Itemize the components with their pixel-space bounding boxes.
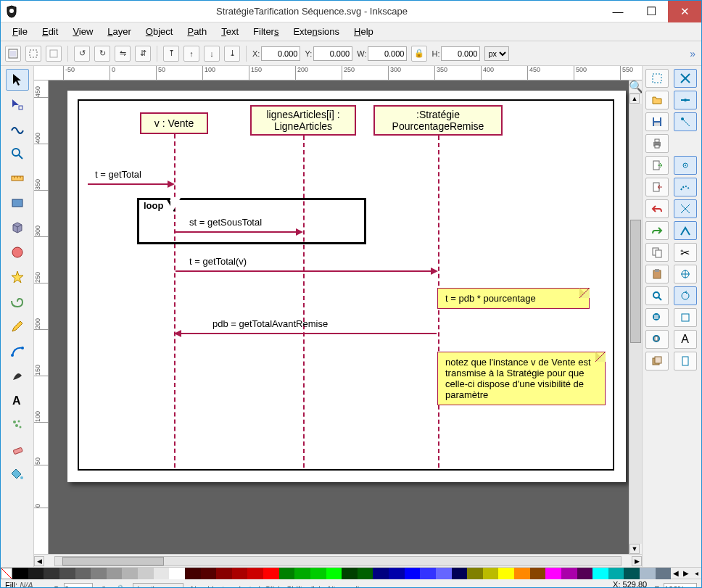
zoom-page-button[interactable] bbox=[645, 330, 669, 349]
selector-tool[interactable] bbox=[6, 69, 29, 91]
x-input[interactable] bbox=[261, 46, 300, 61]
paintbucket-tool[interactable] bbox=[6, 463, 29, 485]
palette-swatch[interactable] bbox=[44, 568, 59, 579]
raise-button[interactable]: ↑ bbox=[183, 46, 199, 62]
pencil-tool[interactable] bbox=[6, 315, 29, 337]
layer-visibility-icon[interactable]: 👁 bbox=[100, 585, 108, 589]
palette-swatch[interactable] bbox=[310, 568, 326, 579]
palette-right[interactable]: ▶ bbox=[681, 568, 691, 579]
scroll-down-button[interactable]: ▼ bbox=[629, 544, 640, 554]
vertical-scrollbar[interactable]: 🔍 ▲ ▼ bbox=[629, 80, 642, 554]
snap-text-button[interactable]: A bbox=[674, 330, 697, 349]
palette-swatch[interactable] bbox=[201, 568, 217, 579]
palette-swatch[interactable] bbox=[561, 568, 577, 579]
menu-object[interactable]: Object bbox=[140, 25, 179, 38]
palette-swatch[interactable] bbox=[577, 568, 593, 579]
snap-edge-button[interactable] bbox=[674, 91, 697, 109]
palette-swatch[interactable] bbox=[138, 568, 154, 579]
palette-swatch[interactable] bbox=[592, 568, 608, 579]
zoom-fit-button[interactable] bbox=[645, 286, 669, 305]
opacity-input[interactable] bbox=[64, 583, 93, 589]
palette-swatch[interactable] bbox=[28, 568, 44, 579]
ellipse-tool[interactable] bbox=[6, 241, 29, 263]
spiral-tool[interactable] bbox=[6, 291, 29, 312]
cut-button[interactable]: ✂ bbox=[674, 243, 697, 262]
hscroll-thumb[interactable] bbox=[62, 557, 164, 566]
horizontal-scrollbar[interactable]: ◀ ▶ bbox=[34, 554, 642, 567]
scroll-right-button[interactable]: ▶ bbox=[632, 556, 642, 566]
export-button[interactable] bbox=[645, 178, 669, 196]
tweak-tool[interactable] bbox=[6, 118, 29, 140]
palette-swatch[interactable] bbox=[12, 568, 28, 579]
print-button[interactable] bbox=[645, 134, 669, 153]
select-all-button[interactable] bbox=[25, 46, 41, 62]
box3d-tool[interactable] bbox=[6, 217, 29, 239]
palette-swatch[interactable] bbox=[154, 568, 170, 579]
menu-filters[interactable]: Filters bbox=[247, 25, 284, 38]
lower-bottom-button[interactable]: ⤓ bbox=[224, 46, 240, 62]
y-input[interactable] bbox=[313, 46, 352, 61]
layer-lock-icon[interactable]: 🔒 bbox=[115, 584, 125, 588]
palette-none[interactable] bbox=[1, 568, 12, 579]
rect-tool[interactable] bbox=[6, 192, 29, 214]
menu-extensions[interactable]: Extensions bbox=[287, 25, 345, 38]
spray-tool[interactable] bbox=[6, 414, 29, 436]
palette-swatch[interactable] bbox=[358, 568, 373, 579]
calligraphy-tool[interactable] bbox=[6, 365, 29, 386]
paste-button[interactable] bbox=[645, 265, 669, 283]
raise-top-button[interactable]: ⤒ bbox=[163, 46, 179, 62]
menu-help[interactable]: Help bbox=[348, 25, 379, 38]
undo-button[interactable] bbox=[645, 199, 669, 218]
palette-swatch[interactable] bbox=[498, 568, 514, 579]
lock-aspect-button[interactable]: 🔒 bbox=[411, 46, 427, 62]
palette-swatch[interactable] bbox=[216, 568, 232, 579]
palette-swatch[interactable] bbox=[326, 568, 342, 579]
palette-swatch[interactable] bbox=[59, 568, 75, 579]
copy-button[interactable] bbox=[645, 243, 669, 262]
palette-swatch[interactable] bbox=[436, 568, 452, 579]
palette-swatch[interactable] bbox=[656, 568, 672, 579]
zoom-input[interactable] bbox=[664, 583, 697, 589]
palette-menu[interactable]: ◂ bbox=[691, 568, 701, 579]
snap-bbox-button[interactable] bbox=[645, 69, 669, 88]
horizontal-ruler[interactable]: -50050100150200250300350400450500550 bbox=[34, 66, 642, 80]
palette-swatch[interactable] bbox=[420, 568, 436, 579]
zoom-icon[interactable]: 🔍 bbox=[629, 80, 642, 94]
palette-swatch[interactable] bbox=[624, 568, 640, 579]
snap-intersect-button[interactable] bbox=[674, 199, 697, 218]
open-button[interactable] bbox=[645, 91, 669, 109]
scroll-left-button[interactable]: ◀ bbox=[34, 556, 44, 566]
canvas[interactable]: v : Vente lignesArticles[i] : LigneArtic… bbox=[49, 80, 629, 554]
toolbar-overflow-icon[interactable]: » bbox=[690, 48, 697, 59]
palette-swatch[interactable] bbox=[467, 568, 483, 579]
star-tool[interactable] bbox=[6, 266, 29, 288]
palette-swatch[interactable] bbox=[91, 568, 107, 579]
palette-swatch[interactable] bbox=[483, 568, 499, 579]
maximize-button[interactable]: ☐ bbox=[635, 1, 668, 22]
text-tool[interactable]: A bbox=[6, 389, 29, 411]
menu-file[interactable]: File bbox=[7, 25, 33, 38]
h-input[interactable] bbox=[441, 46, 480, 61]
redo-button[interactable] bbox=[645, 221, 669, 240]
palette-swatch[interactable] bbox=[294, 568, 310, 579]
zoom-drawing-button[interactable] bbox=[645, 308, 669, 327]
measure-tool[interactable] bbox=[6, 167, 29, 189]
w-input[interactable] bbox=[368, 46, 407, 61]
palette-swatch[interactable] bbox=[530, 568, 546, 579]
color-palette[interactable]: ◀ ▶ ◂ bbox=[1, 567, 701, 579]
zoom-tool[interactable] bbox=[6, 143, 29, 165]
palette-swatch[interactable] bbox=[545, 568, 561, 579]
palette-swatch[interactable] bbox=[373, 568, 389, 579]
palette-swatch[interactable] bbox=[514, 568, 530, 579]
select-all-layers-button[interactable] bbox=[5, 46, 21, 62]
snap-object-button[interactable] bbox=[674, 308, 697, 327]
eraser-tool[interactable] bbox=[6, 439, 29, 460]
vscroll-thumb[interactable] bbox=[630, 220, 641, 343]
layer-select[interactable]: (root) bbox=[133, 583, 183, 589]
palette-swatch[interactable] bbox=[75, 568, 91, 579]
flip-h-button[interactable]: ⇋ bbox=[115, 46, 131, 62]
snap-path-button[interactable] bbox=[674, 178, 697, 196]
snap-corner-button[interactable] bbox=[674, 112, 697, 131]
scroll-up-button[interactable]: ▲ bbox=[629, 94, 640, 104]
menu-view[interactable]: View bbox=[67, 25, 99, 38]
